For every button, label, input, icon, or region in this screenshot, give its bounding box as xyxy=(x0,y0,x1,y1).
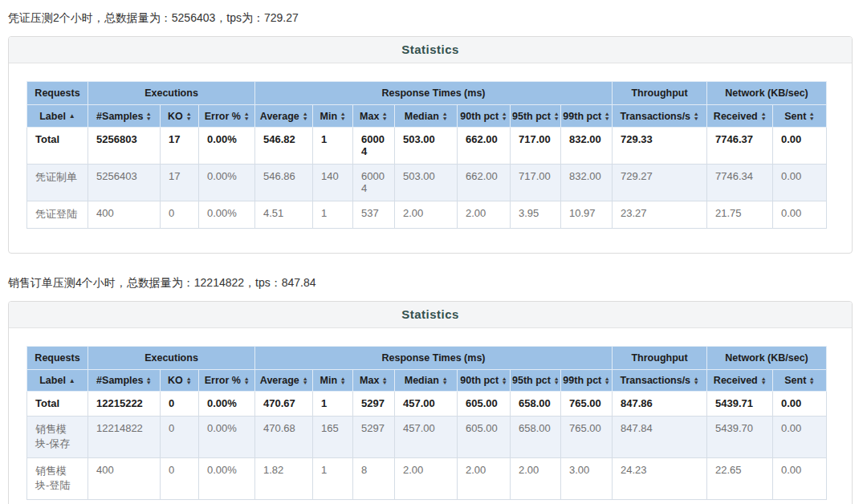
column-header-min[interactable]: Min▲▼ xyxy=(313,369,353,392)
table-cell: 457.00 xyxy=(395,392,458,417)
sort-both-icon[interactable]: ▲▼ xyxy=(146,376,151,385)
sort-both-icon[interactable]: ▲▼ xyxy=(244,376,249,385)
panel-title: Statistics xyxy=(401,307,459,321)
column-header-error[interactable]: Error %▲▼ xyxy=(199,105,255,128)
column-header-samples[interactable]: #Samples▲▼ xyxy=(88,369,161,392)
column-header-received[interactable]: Received▲▼ xyxy=(707,369,773,392)
column-header-median[interactable]: Median▲▼ xyxy=(395,105,458,128)
sort-both-icon[interactable]: ▲▼ xyxy=(146,112,151,120)
column-header-transactions-s[interactable]: Transactions/s▲▼ xyxy=(613,369,707,392)
column-header-label: 95th pct xyxy=(512,111,551,122)
column-header-95th-pct[interactable]: 95th pct▲▼ xyxy=(511,369,561,392)
table-cell: 729.27 xyxy=(613,164,707,201)
column-header-ko[interactable]: KO▲▼ xyxy=(161,369,199,392)
column-header-received[interactable]: Received▲▼ xyxy=(707,105,773,128)
table-cell: 765.00 xyxy=(561,417,613,458)
table-cell: 5439.71 xyxy=(707,392,773,417)
sort-both-icon[interactable]: ▲▼ xyxy=(761,376,766,385)
panel-body: RequestsExecutionsResponse Times (ms)Thr… xyxy=(9,328,852,504)
sort-both-icon[interactable]: ▲▼ xyxy=(502,376,507,385)
column-header-average[interactable]: Average▲▼ xyxy=(255,369,313,392)
table-cell: 470.68 xyxy=(255,417,313,458)
sort-both-icon[interactable]: ▲▼ xyxy=(554,376,559,385)
column-header-max[interactable]: Max▲▼ xyxy=(353,369,395,392)
column-header-transactions-s[interactable]: Transactions/s▲▼ xyxy=(613,105,707,128)
table-cell: 0 xyxy=(161,201,199,228)
column-header-99th-pct[interactable]: 99th pct▲▼ xyxy=(561,369,613,392)
table-row: 销售模块-登陆40000.00%1.82182.002.002.003.0024… xyxy=(27,458,827,500)
column-header-label: Label xyxy=(39,375,66,386)
sort-both-icon[interactable]: ▲▼ xyxy=(554,112,559,120)
column-header-99th-pct[interactable]: 99th pct▲▼ xyxy=(561,105,613,128)
table-cell: 400 xyxy=(88,458,161,500)
sort-both-icon[interactable]: ▲▼ xyxy=(186,112,191,120)
column-header-label: Max xyxy=(360,375,379,386)
table-cell: 0 xyxy=(161,458,199,500)
table-row: 凭证制单5256403170.00%546.8614060004503.0066… xyxy=(27,164,827,201)
column-header-min[interactable]: Min▲▼ xyxy=(313,105,353,128)
column-header-samples[interactable]: #Samples▲▼ xyxy=(88,105,161,128)
table-cell: 717.00 xyxy=(511,127,561,164)
column-header-sent[interactable]: Sent▲▼ xyxy=(773,369,827,392)
column-header-error[interactable]: Error %▲▼ xyxy=(199,369,255,392)
sort-both-icon[interactable]: ▲▼ xyxy=(694,112,698,120)
table-cell: 457.00 xyxy=(395,417,458,458)
sort-both-icon[interactable]: ▲▼ xyxy=(382,376,387,385)
table-cell: 60004 xyxy=(353,127,395,164)
column-header-average[interactable]: Average▲▼ xyxy=(255,105,313,128)
statistics-panel: Statistics RequestsExecutionsResponse Ti… xyxy=(8,36,853,254)
sort-both-icon[interactable]: ▲▼ xyxy=(303,376,307,385)
table-cell: 662.00 xyxy=(458,127,511,164)
sort-both-icon[interactable]: ▲▼ xyxy=(244,112,249,120)
sort-both-icon[interactable]: ▲▼ xyxy=(442,112,447,120)
sort-both-icon[interactable]: ▲▼ xyxy=(809,376,814,385)
sort-both-icon[interactable]: ▲▼ xyxy=(303,112,307,120)
table-cell: 2.00 xyxy=(458,458,511,500)
table-cell: 765.00 xyxy=(561,392,613,417)
section-title: 销售订单压测4个小时，总数据量为：12214822，tps：847.84 xyxy=(8,276,856,291)
sort-both-icon[interactable]: ▲▼ xyxy=(809,112,814,120)
column-header-median[interactable]: Median▲▼ xyxy=(395,369,458,392)
table-cell: 546.82 xyxy=(255,127,313,164)
column-header-95th-pct[interactable]: 95th pct▲▼ xyxy=(511,105,561,128)
column-header-label: #Samples xyxy=(96,375,143,386)
panel-heading: Statistics xyxy=(9,37,852,63)
table-cell: 400 xyxy=(88,201,161,228)
sort-both-icon[interactable]: ▲▼ xyxy=(340,112,345,120)
sort-both-icon[interactable]: ▲▼ xyxy=(761,112,766,120)
column-header-90th-pct[interactable]: 90th pct▲▼ xyxy=(458,369,511,392)
sort-both-icon[interactable]: ▲▼ xyxy=(604,112,609,120)
sort-both-icon[interactable]: ▲▼ xyxy=(694,376,698,385)
table-cell: 605.00 xyxy=(458,417,511,458)
table-cell: 0.00% xyxy=(199,164,255,201)
column-header-90th-pct[interactable]: 90th pct▲▼ xyxy=(458,105,511,128)
table-cell: 537 xyxy=(353,201,395,228)
sort-both-icon[interactable]: ▲▼ xyxy=(442,376,447,385)
table-cell: 0.00 xyxy=(773,127,827,164)
table-head: RequestsExecutionsResponse Times (ms)Thr… xyxy=(27,346,827,392)
table-cell: 658.00 xyxy=(511,392,561,417)
sort-both-icon[interactable]: ▲▼ xyxy=(340,376,345,385)
statistics-panel: Statistics RequestsExecutionsResponse Ti… xyxy=(8,301,853,504)
sort-ascending-icon[interactable]: ▲ xyxy=(69,377,75,384)
column-header-sent[interactable]: Sent▲▼ xyxy=(773,105,827,128)
row-label-cell: Total xyxy=(27,127,88,164)
table-cell: 12214822 xyxy=(88,417,161,458)
column-header-label[interactable]: Label▲ xyxy=(27,369,88,392)
column-header-ko[interactable]: KO▲▼ xyxy=(161,105,199,128)
row-label-cell: 销售模块-登陆 xyxy=(27,458,88,500)
column-header-label[interactable]: Label▲ xyxy=(27,105,88,128)
table-body: Total1221522200.00%470.6715297457.00605.… xyxy=(27,392,827,500)
sort-both-icon[interactable]: ▲▼ xyxy=(502,112,507,120)
column-header-max[interactable]: Max▲▼ xyxy=(353,105,395,128)
sort-ascending-icon[interactable]: ▲ xyxy=(69,112,75,120)
sort-both-icon[interactable]: ▲▼ xyxy=(604,376,609,385)
table-cell: 832.00 xyxy=(561,164,613,201)
column-header-label: Transactions/s xyxy=(621,111,691,122)
sort-both-icon[interactable]: ▲▼ xyxy=(382,112,387,120)
column-header-label: Min xyxy=(320,375,338,386)
column-header-label: 99th pct xyxy=(563,111,601,122)
table-cell: 140 xyxy=(313,164,353,201)
section-title: 凭证压测2个小时，总数据量为：5256403，tps为：729.27 xyxy=(8,11,856,26)
sort-both-icon[interactable]: ▲▼ xyxy=(186,376,191,385)
